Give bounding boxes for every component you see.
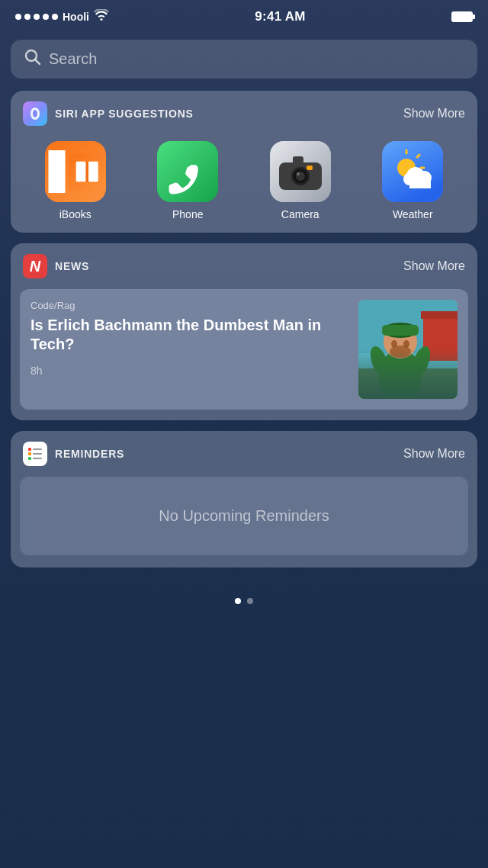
- svg-point-40: [408, 344, 434, 381]
- svg-rect-43: [28, 452, 31, 455]
- reminders-show-more-button[interactable]: Show More: [403, 447, 465, 461]
- news-text-content: Code/Rag Is Erlich Bachmann the Dumbest …: [30, 300, 349, 377]
- ibooks-icon: [45, 141, 106, 202]
- svg-rect-6: [88, 162, 98, 182]
- phone-label: Phone: [172, 208, 203, 220]
- weather-label: Weather: [393, 208, 433, 220]
- svg-rect-17: [307, 166, 313, 170]
- search-icon: [24, 49, 41, 69]
- news-time: 8h: [30, 365, 349, 377]
- news-widget: N NEWS Show More Code/Rag Is Erlich Bach…: [11, 243, 477, 420]
- signal-dots: [15, 14, 58, 20]
- siri-widget-header: SIRI APP SUGGESTIONS Show More: [11, 91, 477, 133]
- news-show-more-button[interactable]: Show More: [403, 259, 465, 273]
- svg-point-15: [297, 172, 300, 175]
- page-dot-1: [235, 598, 241, 604]
- svg-rect-5: [76, 162, 86, 182]
- camera-icon: [270, 141, 331, 202]
- status-bar: Hooli 9:41 AM: [0, 0, 488, 34]
- siri-suggestions-widget: SIRI APP SUGGESTIONS Show More: [11, 91, 477, 233]
- news-widget-title: NEWS: [55, 260, 89, 272]
- siri-show-more-button[interactable]: Show More: [403, 107, 465, 121]
- svg-point-38: [390, 346, 411, 358]
- app-item-ibooks[interactable]: iBooks: [23, 141, 128, 220]
- wifi-icon: [94, 9, 109, 24]
- time-label: 9:41 AM: [255, 9, 306, 24]
- svg-rect-42: [33, 448, 42, 450]
- carrier-label: Hooli: [63, 11, 89, 23]
- siri-app-grid: iBooks Phone: [11, 133, 477, 233]
- app-item-weather[interactable]: Weather: [361, 141, 466, 220]
- svg-rect-46: [33, 458, 42, 459]
- svg-rect-45: [28, 457, 31, 460]
- reminders-header-left: REMINDERS: [23, 442, 124, 466]
- svg-line-1: [36, 60, 40, 65]
- page-dots: [0, 583, 488, 619]
- news-icon: N: [23, 254, 47, 278]
- reminders-icon: [23, 442, 47, 466]
- app-item-phone[interactable]: Phone: [136, 141, 241, 220]
- app-item-camera[interactable]: Camera: [248, 141, 353, 220]
- page-dot-2: [247, 598, 253, 604]
- reminders-widget-title: REMINDERS: [55, 448, 124, 460]
- reminders-content: No Upcoming Reminders: [20, 477, 468, 555]
- search-bar[interactable]: Search: [11, 40, 477, 79]
- svg-rect-31: [358, 368, 458, 399]
- news-source: Code/Rag: [30, 300, 349, 311]
- svg-rect-44: [33, 453, 42, 455]
- reminders-widget-header: REMINDERS Show More: [11, 431, 477, 474]
- ibooks-label: iBooks: [59, 208, 92, 220]
- svg-rect-41: [28, 448, 31, 451]
- svg-rect-16: [293, 156, 303, 164]
- status-left: Hooli: [15, 9, 109, 24]
- reminders-widget: REMINDERS Show More No Upcoming Reminder…: [11, 431, 477, 567]
- svg-rect-26: [409, 178, 431, 188]
- battery-icon: [451, 11, 473, 22]
- siri-header-left: SIRI APP SUGGESTIONS: [23, 101, 194, 126]
- news-widget-header: N NEWS Show More: [11, 243, 477, 286]
- svg-rect-35: [382, 325, 419, 336]
- news-header-left: N NEWS: [23, 254, 89, 278]
- news-article-image: [358, 300, 458, 399]
- news-article[interactable]: Code/Rag Is Erlich Bachmann the Dumbest …: [20, 289, 468, 410]
- no-reminders-message: No Upcoming Reminders: [159, 507, 329, 524]
- news-headline: Is Erlich Bachmann the Dumbest Man in Te…: [30, 316, 349, 354]
- weather-icon: [382, 141, 443, 202]
- search-placeholder: Search: [49, 50, 97, 68]
- svg-point-3: [33, 110, 37, 117]
- camera-label: Camera: [281, 208, 319, 220]
- status-right: [451, 11, 473, 22]
- svg-rect-30: [421, 311, 458, 319]
- svg-point-39: [367, 344, 393, 381]
- svg-line-21: [417, 155, 419, 157]
- siri-widget-title: SIRI APP SUGGESTIONS: [55, 108, 194, 120]
- siri-icon: [23, 101, 47, 126]
- phone-icon: [157, 141, 218, 202]
- svg-point-32: [379, 349, 422, 399]
- svg-rect-29: [423, 315, 458, 361]
